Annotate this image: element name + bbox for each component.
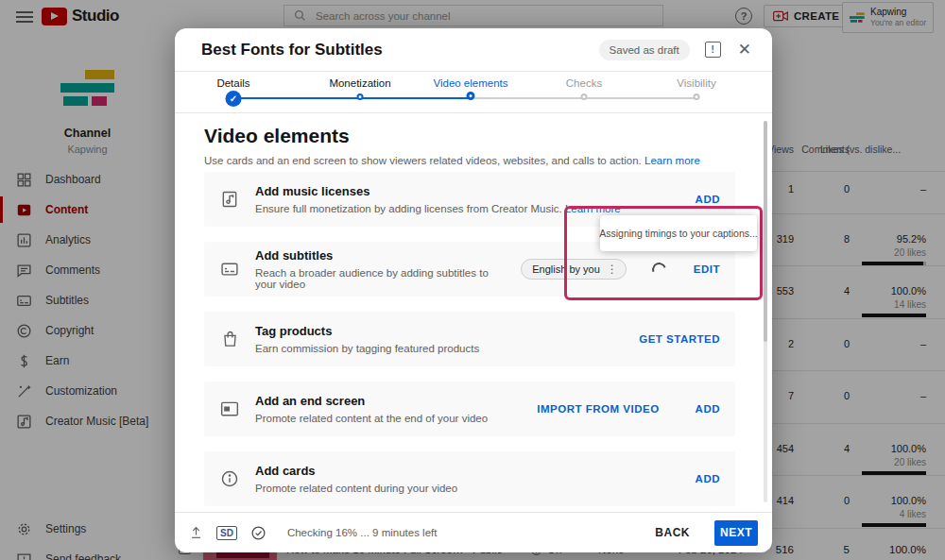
modal-scrollbar[interactable] — [764, 121, 767, 502]
step-video-elements[interactable]: Video elements — [409, 72, 532, 89]
card-description: Ensure full monetization by adding licen… — [255, 203, 660, 214]
tag-products-icon — [219, 329, 240, 349]
step-dot — [581, 93, 588, 100]
card-title: Add subtitles — [255, 248, 506, 263]
dialog-stepper: Details ✓ Monetization Video elements Ch… — [175, 72, 772, 113]
close-icon[interactable]: ✕ — [738, 42, 751, 58]
stepper-line-progress — [233, 97, 471, 99]
step-details[interactable]: Details ✓ — [172, 72, 295, 89]
subtitle-language-chip[interactable]: English by you ⋮ — [521, 259, 627, 280]
send-feedback-icon[interactable]: ! — [705, 42, 721, 58]
card-description: Reach a broader audience by adding subti… — [255, 267, 506, 290]
step-checks[interactable]: Checks — [523, 72, 645, 89]
music-licenses-icon — [219, 189, 240, 210]
dialog-content: Video elements Use cards and an end scre… — [175, 113, 772, 512]
edit-subtitles-button[interactable]: EDIT — [694, 263, 720, 275]
saved-status-badge: Saved as draft — [599, 40, 690, 60]
checking-status-text: Checking 16% ... 9 minutes left — [287, 527, 655, 538]
processing-spinner — [649, 260, 668, 279]
learn-more-link[interactable]: Learn more — [565, 203, 621, 214]
card-tag-products: Tag products Earn commission by tagging … — [204, 312, 735, 366]
learn-more-link[interactable]: Learn more — [644, 155, 700, 166]
step-visibility[interactable]: Visibility — [635, 72, 758, 89]
cards-icon — [219, 468, 240, 489]
video-details-dialog: Best Fonts for Subtitles Saved as draft … — [175, 28, 772, 552]
youtube-studio-app: Studio Search across your channel ? CREA… — [0, 0, 945, 560]
step-dot — [694, 93, 700, 100]
captions-tooltip: Assigning timings to your captions... — [600, 215, 757, 251]
card-title: Tag products — [255, 324, 603, 338]
next-button[interactable]: NEXT — [714, 520, 758, 546]
checks-status-icon — [250, 525, 266, 541]
card-description: Promote related content during your vide… — [255, 483, 660, 494]
dialog-footer: SD Checking 16% ... 9 minutes left BACK … — [175, 512, 772, 552]
step-dot — [357, 93, 364, 100]
add-cards-button[interactable]: ADD — [696, 473, 720, 484]
card-description: Earn commission by tagging featured prod… — [255, 343, 603, 354]
description-text: Use cards and an end screen to show view… — [204, 155, 642, 166]
get-started-button[interactable]: GET STARTED — [639, 333, 720, 345]
step-check-icon: ✓ — [226, 91, 242, 107]
upload-icon — [189, 525, 203, 540]
section-description: Use cards and an end screen to show view… — [204, 155, 700, 166]
card-title: Add cards — [255, 464, 660, 478]
end-screen-icon — [219, 399, 240, 419]
step-dot — [467, 92, 475, 100]
add-end-screen-button[interactable]: ADD — [696, 403, 720, 415]
back-button[interactable]: BACK — [655, 526, 690, 539]
step-monetization[interactable]: Monetization — [299, 72, 421, 89]
kebab-menu-icon[interactable]: ⋮ — [605, 263, 620, 276]
card-title: Add an end screen — [255, 394, 501, 408]
dialog-header: Best Fonts for Subtitles Saved as draft … — [175, 28, 772, 72]
scrollbar-thumb[interactable] — [764, 121, 767, 342]
card-title: Add music licenses — [255, 184, 660, 198]
import-from-video-button[interactable]: IMPORT FROM VIDEO — [537, 403, 659, 415]
subtitles-icon — [219, 259, 240, 280]
video-quality-badge: SD — [216, 526, 237, 540]
card-add-cards: Add cards Promote related content during… — [204, 451, 735, 506]
add-music-licenses-button[interactable]: ADD — [696, 194, 720, 205]
card-add-end-screen: Add an end screen Promote related conten… — [204, 382, 735, 436]
card-description: Promote related content at the end of yo… — [255, 413, 501, 424]
chip-label: English by you — [532, 263, 600, 275]
dialog-title: Best Fonts for Subtitles — [201, 41, 599, 59]
section-heading: Video elements — [204, 125, 350, 147]
